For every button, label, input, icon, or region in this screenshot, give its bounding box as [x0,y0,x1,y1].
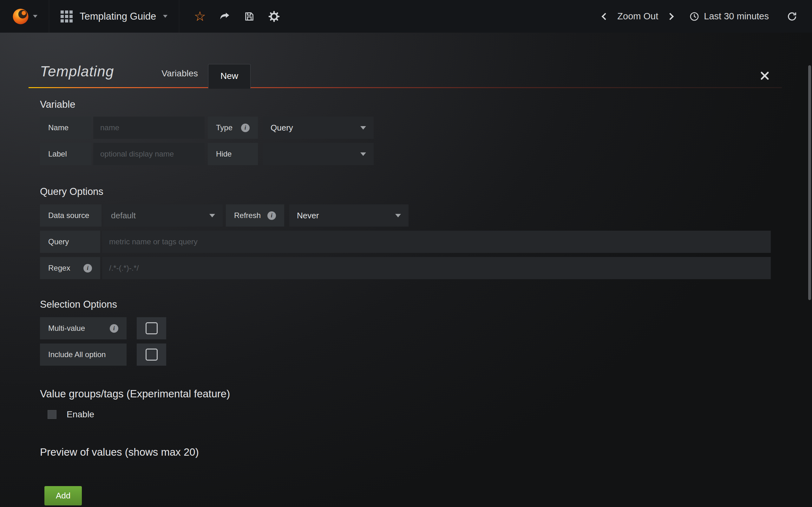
page-title: Templating [40,63,114,88]
refresh-info-icon[interactable]: i [267,211,276,220]
name-input[interactable] [93,117,205,139]
include-all-row: Include All option [40,343,771,366]
chevron-left-icon[interactable] [602,13,609,20]
query-label: Query [40,231,100,253]
type-info-icon[interactable]: i [241,124,250,132]
selection-options-heading: Selection Options [40,299,771,310]
multi-value-info-icon[interactable]: i [110,324,118,333]
type-select-value: Query [270,123,293,133]
top-navbar: Templating Guide ☆ Zoom Out [0,0,812,33]
multi-value-row: Multi-value i [40,317,771,339]
type-label-text: Type [216,123,233,132]
variable-label-row: Label Hide [40,143,771,165]
dashboards-grid-icon [61,10,72,22]
navbar-time-controls: Zoom Out Last 30 minutes [603,0,812,33]
caret-down-icon [209,214,215,217]
name-label: Name [40,117,91,139]
checkbox-square-icon [146,349,158,360]
refresh-label-text: Refresh [234,211,261,220]
caret-down-icon [360,153,366,156]
datasource-label: Data source [40,205,101,227]
dashboard-body: Templating Variables New Variable Name T… [0,33,812,507]
regex-input[interactable] [102,257,771,279]
navbar-actions: ☆ [179,0,280,33]
refresh-select-value: Never [297,211,319,221]
regex-row: Regex i [40,257,771,279]
clock-icon [689,11,699,21]
tab-bar: Variables New [151,64,251,88]
chevron-right-icon[interactable] [667,13,674,20]
label-label: Label [40,143,91,165]
refresh-label: Refresh i [226,205,284,227]
refresh-icon[interactable] [786,11,798,22]
save-icon[interactable] [244,11,255,22]
zoom-out-button[interactable]: Zoom Out [617,11,658,21]
enable-label[interactable]: Enable [67,409,94,419]
regex-label: Regex i [40,257,100,279]
add-button[interactable]: Add [44,486,82,505]
regex-info-icon[interactable]: i [84,264,92,273]
regex-label-text: Regex [48,264,70,273]
tab-variables[interactable]: Variables [151,68,208,88]
logo-caret-icon [33,15,38,18]
enable-row: Enable [48,409,771,419]
dashboard-title-menu[interactable]: Templating Guide [49,0,179,33]
dashboard-title: Templating Guide [80,11,156,22]
tab-new[interactable]: New [208,64,251,89]
caret-down-icon [360,126,366,130]
multi-value-label: Multi-value i [40,317,126,339]
time-range-picker[interactable]: Last 30 minutes [689,11,769,21]
refresh-select[interactable]: Never [289,205,409,227]
query-options-heading: Query Options [40,186,771,198]
hide-label: Hide [208,143,258,165]
enable-checkbox[interactable] [48,410,56,419]
star-icon[interactable]: ☆ [194,10,206,23]
grafana-menu-button[interactable] [0,0,49,33]
datasource-select[interactable]: default [103,205,223,227]
preview-heading: Preview of values (shows max 20) [40,446,771,458]
variable-name-row: Name Type i Query [40,117,771,139]
checkbox-square-icon [146,322,158,334]
close-icon[interactable] [760,71,769,80]
type-select[interactable]: Query [263,117,374,139]
value-groups-heading: Value groups/tags (Experimental feature) [40,388,771,400]
variable-section-heading: Variable [40,99,771,110]
include-all-label: Include All option [40,343,126,366]
datasource-select-value: default [111,211,136,221]
include-all-checkbox[interactable] [137,343,166,366]
scrollbar-thumb[interactable] [808,65,811,300]
settings-gear-icon[interactable] [268,10,280,22]
grafana-logo-icon [11,7,30,26]
caret-down-icon [395,214,401,217]
share-icon[interactable] [219,11,231,22]
label-input[interactable] [93,143,205,165]
multi-value-label-text: Multi-value [48,324,85,333]
title-caret-icon [163,15,167,18]
query-row: Query [40,231,771,253]
type-label: Type i [208,117,258,139]
templating-header: Templating Variables New [40,33,771,88]
datasource-row: Data source default Refresh i Never [40,205,771,227]
multi-value-checkbox[interactable] [137,317,166,339]
time-range-label: Last 30 minutes [704,11,769,21]
hide-select[interactable] [263,143,374,165]
query-input[interactable] [102,231,771,253]
